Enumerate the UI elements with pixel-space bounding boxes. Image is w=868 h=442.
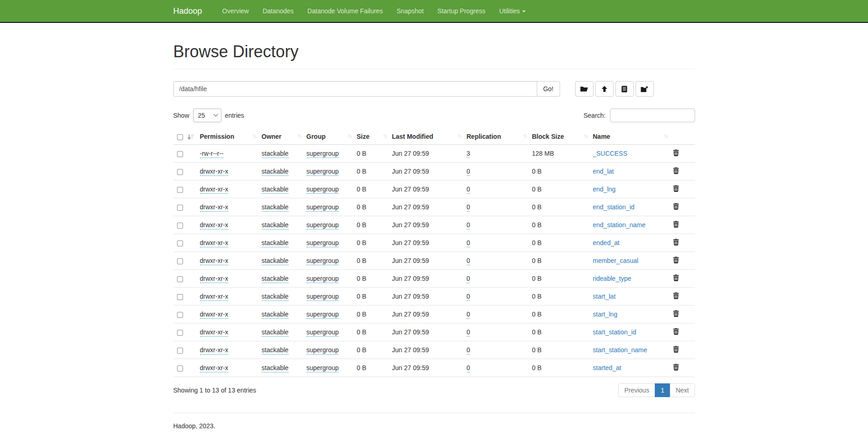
replication-value[interactable]: 0 [467,221,470,229]
file-info-button[interactable] [615,81,634,97]
row-checkbox[interactable] [177,169,183,175]
group-value[interactable]: supergroup [307,328,339,337]
delete-file-button[interactable] [673,239,679,246]
delete-file-button[interactable] [673,310,679,317]
row-checkbox[interactable] [177,187,183,193]
owner-value[interactable]: stackable [262,186,289,194]
group-value[interactable]: supergroup [307,186,339,194]
header-permission[interactable]: ↑↓Permission [200,129,262,145]
owner-value[interactable]: stackable [262,293,289,301]
replication-value[interactable]: 0 [467,275,470,283]
row-checkbox[interactable] [177,330,183,336]
nav-item-startup-progress[interactable]: Startup Progress [431,0,492,22]
nav-item-datanode-volume-failures[interactable]: Datanode Volume Failures [301,0,390,22]
row-checkbox[interactable] [177,348,183,354]
delete-file-button[interactable] [673,185,679,192]
open-folder-button[interactable] [575,81,593,97]
select-all-checkbox[interactable] [177,134,183,140]
row-checkbox[interactable] [177,312,183,318]
delete-file-button[interactable] [673,149,679,156]
replication-value[interactable]: 0 [467,346,470,355]
pagination-page-1[interactable]: 1 [655,383,670,397]
delete-file-button[interactable] [673,221,679,228]
delete-file-button[interactable] [673,274,679,281]
owner-value[interactable]: stackable [262,168,289,176]
group-value[interactable]: supergroup [307,203,339,212]
header-name[interactable]: ↑↓Name [593,129,673,145]
group-value[interactable]: supergroup [307,150,339,158]
replication-value[interactable]: 0 [467,186,470,194]
replication-value[interactable]: 0 [467,203,470,212]
navbar-brand[interactable]: Hadoop [173,6,209,16]
directory-path-input[interactable] [173,81,537,97]
header-group[interactable]: ↑↓Group [307,129,357,145]
file-link[interactable]: end_lng [593,186,616,193]
permission-value[interactable]: drwxr-xr-x [200,257,228,265]
nav-item-snapshot[interactable]: Snapshot [390,0,431,22]
owner-value[interactable]: stackable [262,257,289,265]
owner-value[interactable]: stackable [262,364,289,372]
row-checkbox[interactable] [177,258,183,264]
permission-value[interactable]: drwxr-xr-x [200,311,228,319]
replication-value[interactable]: 3 [467,150,470,158]
file-link[interactable]: ended_at [593,239,620,246]
permission-value[interactable]: drwxr-xr-x [200,168,228,176]
group-value[interactable]: supergroup [307,168,339,176]
delete-file-button[interactable] [673,256,679,263]
header-replication[interactable]: ↑↓Replication [467,129,532,145]
header-select-all[interactable] [173,129,200,145]
nav-item-overview[interactable]: Overview [216,0,256,22]
owner-value[interactable]: stackable [262,221,289,229]
file-link[interactable]: start_station_name [593,346,647,354]
row-checkbox[interactable] [177,223,183,229]
file-link[interactable]: end_station_id [593,203,635,211]
permission-value[interactable]: drwxr-xr-x [200,346,228,355]
row-checkbox[interactable] [177,276,183,282]
group-value[interactable]: supergroup [307,311,339,319]
owner-value[interactable]: stackable [262,203,289,212]
owner-value[interactable]: stackable [262,311,289,319]
group-value[interactable]: supergroup [307,257,339,265]
header-block-size[interactable]: ↑↓Block Size [532,129,593,145]
replication-value[interactable]: 0 [467,293,470,301]
create-directory-button[interactable] [636,81,654,97]
file-link[interactable]: end_lat [593,168,614,175]
owner-value[interactable]: stackable [262,275,289,283]
permission-value[interactable]: drwxr-xr-x [200,328,228,337]
upload-file-button[interactable] [595,81,614,97]
permission-value[interactable]: drwxr-xr-x [200,186,228,194]
delete-file-button[interactable] [673,292,679,299]
header-last-modified[interactable]: ↑↓Last Modified [392,129,467,145]
replication-value[interactable]: 0 [467,239,470,247]
pagination-previous[interactable]: Previous [618,383,655,397]
header-owner[interactable]: ↑↓Owner [262,129,307,145]
group-value[interactable]: supergroup [307,221,339,229]
file-link[interactable]: start_lng [593,311,618,318]
permission-value[interactable]: drwxr-xr-x [200,364,228,372]
delete-file-button[interactable] [673,203,679,210]
page-size-select[interactable]: 25 [193,109,221,122]
nav-item-datanodes[interactable]: Datanodes [256,0,301,22]
file-link[interactable]: start_station_id [593,328,636,336]
owner-value[interactable]: stackable [262,346,289,355]
replication-value[interactable]: 0 [467,168,470,176]
replication-value[interactable]: 0 [467,328,470,337]
replication-value[interactable]: 0 [467,364,470,372]
owner-value[interactable]: stackable [262,328,289,337]
pagination-next[interactable]: Next [670,383,695,397]
group-value[interactable]: supergroup [307,364,339,372]
row-checkbox[interactable] [177,205,183,211]
row-checkbox[interactable] [177,240,183,246]
replication-value[interactable]: 0 [467,257,470,265]
permission-value[interactable]: drwxr-xr-x [200,293,228,301]
replication-value[interactable]: 0 [467,311,470,319]
delete-file-button[interactable] [673,346,679,353]
file-link[interactable]: _SUCCESS [593,150,627,157]
owner-value[interactable]: stackable [262,239,289,247]
group-value[interactable]: supergroup [307,239,339,247]
delete-file-button[interactable] [673,167,679,174]
permission-value[interactable]: drwxr-xr-x [200,221,228,229]
file-link[interactable]: end_station_name [593,221,646,229]
permission-value[interactable]: drwxr-xr-x [200,239,228,247]
file-link[interactable]: member_casual [593,257,639,264]
